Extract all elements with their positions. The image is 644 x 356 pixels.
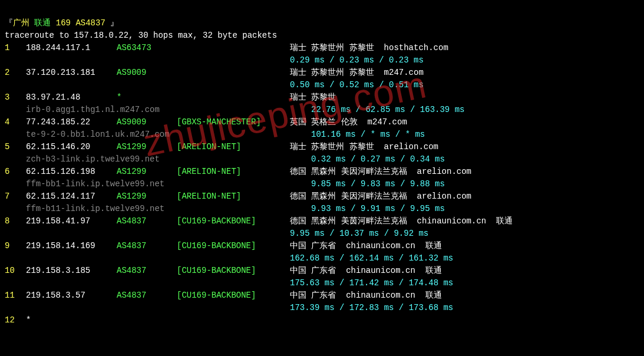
hop-asn: AS9009 <box>117 67 177 79</box>
hop-detail-row: ffm-bb1-link.ip.twelve99.net9.85 ms / 9.… <box>5 178 644 190</box>
hop-row: 762.115.124.117AS1299[ARELION-NET]德国 黑森州… <box>5 190 644 203</box>
hop-latency: 0.32 ms / 0.27 ms / 0.34 ms <box>311 153 445 166</box>
hop-row: 1188.244.117.1AS63473瑞士 苏黎世州 苏黎世 hosthat… <box>5 42 644 54</box>
hop-detail-row: irb-0.agg1.thg1.nl.m247.com22.76 ms / 62… <box>5 104 644 116</box>
hop-row: 11219.158.3.57AS4837[CU169-BACKBONE]中国 广… <box>5 289 644 302</box>
hop-asn: * <box>117 91 177 104</box>
hop-asn: AS1299 <box>117 141 177 153</box>
hop-location: 瑞士 苏黎世州 苏黎世 hosthatch.com <box>290 42 644 54</box>
hop-rdns: zch-b3-link.ip.twelve99.net <box>5 153 311 166</box>
trace-header: traceroute to 157.18.0.22, 30 hops max, … <box>5 29 644 42</box>
hop-detail-row: 0.29 ms / 0.23 ms / 0.23 ms <box>5 54 644 67</box>
hop-rdns: te-9-2-0.bb1.lon1.uk.m247.com <box>5 128 311 141</box>
hop-number: 11 <box>5 289 26 302</box>
hop-asn: AS63473 <box>117 42 177 54</box>
hop-latency: 22.76 ms / 62.85 ms / 163.39 ms <box>311 104 464 116</box>
hop-asn: AS4837 <box>117 240 177 252</box>
hop-latency: 9.93 ms / 9.91 ms / 9.95 ms <box>311 203 445 215</box>
hop-number: 1 <box>5 42 26 54</box>
hop-asn: AS4837 <box>117 289 177 302</box>
hop-latency: 173.39 ms / 172.83 ms / 173.68 ms <box>290 302 453 314</box>
hop-tag: [CU169-BACKBONE] <box>177 265 290 277</box>
hop-rdns: ffm-b11-link.ip.twelve99.net <box>5 203 311 215</box>
hop-location: 中国 广东省 chinaunicom.cn 联通 <box>290 289 644 302</box>
hop-number: 12 <box>5 314 26 327</box>
hop-ip: 62.115.124.117 <box>26 190 117 203</box>
hop-rdns: irb-0.agg1.thg1.nl.m247.com <box>5 104 311 116</box>
hop-number: 6 <box>5 166 26 178</box>
hop-ip: 219.158.3.185 <box>26 265 117 277</box>
hop-location: 英国 英格兰 伦敦 m247.com <box>290 116 644 128</box>
hop-location: 德国 黑森州 美因河畔法兰克福 arelion.com <box>290 166 644 178</box>
hop-number: 3 <box>5 91 26 104</box>
hop-latency: 162.68 ms / 162.14 ms / 161.32 ms <box>290 252 453 265</box>
hop-number: 2 <box>5 67 26 79</box>
hop-latency: 175.63 ms / 171.42 ms / 174.48 ms <box>290 277 453 289</box>
hop-asn: AS4837 <box>117 215 177 228</box>
hop-detail-row: ffm-b11-link.ip.twelve99.net9.93 ms / 9.… <box>5 203 644 215</box>
hop-ip: 219.158.3.57 <box>26 289 117 302</box>
hop-tag: [CU169-BACKBONE] <box>177 289 290 302</box>
hop-number: 4 <box>5 116 26 128</box>
hop-row: 10219.158.3.185AS4837[CU169-BACKBONE]中国 … <box>5 265 644 277</box>
hop-row: 12* <box>5 314 644 327</box>
hop-location: 瑞士 苏黎世州 苏黎世 m247.com <box>290 67 644 79</box>
hop-number: 7 <box>5 190 26 203</box>
hop-location: 中国 广东省 chinaunicom.cn 联通 <box>290 265 644 277</box>
hop-ip: 77.243.185.22 <box>26 116 117 128</box>
hop-row: 383.97.21.48*瑞士 苏黎世 <box>5 91 644 104</box>
hop-latency: 0.50 ms / 0.52 ms / 0.51 ms <box>290 79 424 91</box>
hop-tag: [CU169-BACKBONE] <box>177 240 290 252</box>
hop-detail-row: 173.39 ms / 172.83 ms / 173.68 ms <box>5 302 644 314</box>
hop-ip: 37.120.213.181 <box>26 67 117 79</box>
hop-tag: [ARELION-NET] <box>177 141 290 153</box>
hop-asn: AS9009 <box>117 116 177 128</box>
hop-tag: [CU169-BACKBONE] <box>177 215 290 228</box>
hop-list: 1188.244.117.1AS63473瑞士 苏黎世州 苏黎世 hosthat… <box>5 42 644 327</box>
hop-location: 德国 黑森州 美因河畔法兰克福 arelion.com <box>290 190 644 203</box>
hop-latency: 9.85 ms / 9.83 ms / 9.88 ms <box>311 178 445 190</box>
hop-row: 477.243.185.22AS9009[GBXS-MANCHESTER]英国 … <box>5 116 644 128</box>
hop-row: 237.120.213.181AS9009瑞士 苏黎世州 苏黎世 m247.co… <box>5 67 644 79</box>
hop-number: 10 <box>5 265 26 277</box>
hop-asn: AS1299 <box>117 190 177 203</box>
hop-tag: [ARELION-NET] <box>177 166 290 178</box>
hop-ip: 62.115.126.198 <box>26 166 117 178</box>
hop-detail-row: 175.63 ms / 171.42 ms / 174.48 ms <box>5 277 644 289</box>
hop-detail-row: zch-b3-link.ip.twelve99.net0.32 ms / 0.2… <box>5 153 644 166</box>
hop-latency: 0.29 ms / 0.23 ms / 0.23 ms <box>290 54 424 67</box>
hop-number: 5 <box>5 141 26 153</box>
hop-latency: 101.16 ms / * ms / * ms <box>311 128 425 141</box>
hop-ip: * <box>26 314 117 327</box>
hop-latency: 9.95 ms / 10.37 ms / 9.92 ms <box>290 228 428 240</box>
hop-ip: 62.115.146.20 <box>26 141 117 153</box>
hop-rdns: ffm-bb1-link.ip.twelve99.net <box>5 178 311 190</box>
hop-tag: [GBXS-MANCHESTER] <box>177 116 290 128</box>
hop-asn: AS1299 <box>117 166 177 178</box>
hop-asn: AS4837 <box>117 265 177 277</box>
hop-number: 8 <box>5 215 26 228</box>
hop-row: 9219.158.14.169AS4837[CU169-BACKBONE]中国 … <box>5 240 644 252</box>
hop-location: 瑞士 苏黎世州 苏黎世 arelion.com <box>290 141 644 153</box>
hop-location: 瑞士 苏黎世 <box>290 91 644 104</box>
hop-location: 德国 黑森州 美茵河畔法兰克福 chinaunicom.cn 联通 <box>290 215 644 228</box>
hop-tag: [ARELION-NET] <box>177 190 290 203</box>
hop-ip: 219.158.41.97 <box>26 215 117 228</box>
hop-ip: 219.158.14.169 <box>26 240 117 252</box>
hop-ip: 188.244.117.1 <box>26 42 117 54</box>
hop-detail-row: te-9-2-0.bb1.lon1.uk.m247.com101.16 ms /… <box>5 128 644 141</box>
hop-detail-row: 9.95 ms / 10.37 ms / 9.92 ms <box>5 228 644 240</box>
hop-ip: 83.97.21.48 <box>26 91 117 104</box>
route-title: 『广州 联通 169 AS4837 』 <box>5 5 644 29</box>
hop-row: 662.115.126.198AS1299[ARELION-NET]德国 黑森州… <box>5 166 644 178</box>
hop-location: 中国 广东省 chinaunicom.cn 联通 <box>290 240 644 252</box>
hop-detail-row: 162.68 ms / 162.14 ms / 161.32 ms <box>5 252 644 265</box>
hop-row: 8219.158.41.97AS4837[CU169-BACKBONE]德国 黑… <box>5 215 644 228</box>
hop-row: 562.115.146.20AS1299[ARELION-NET]瑞士 苏黎世州… <box>5 141 644 153</box>
hop-detail-row: 0.50 ms / 0.52 ms / 0.51 ms <box>5 79 644 91</box>
hop-number: 9 <box>5 240 26 252</box>
